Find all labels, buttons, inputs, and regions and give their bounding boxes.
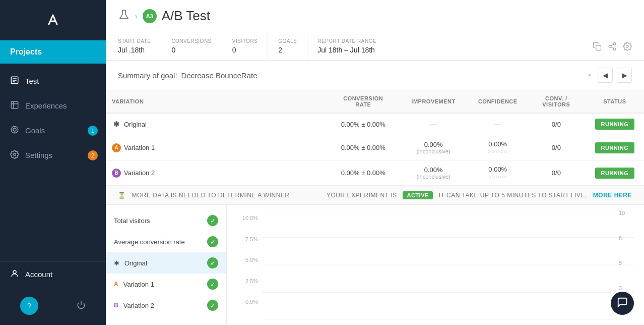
legend-item-original[interactable]: ✱ Original ✓: [106, 252, 226, 274]
improvement-b: 0.00% (inconclusive): [398, 160, 468, 186]
sidebar-item-test[interactable]: Test: [0, 69, 106, 93]
confidence-original: —: [469, 113, 527, 135]
active-badge: ACTIVE: [403, 191, 432, 199]
conv-visitors-a: 0/0: [527, 135, 586, 160]
sidebar-item-account[interactable]: Account: [0, 261, 106, 287]
stat-goals-label: GOALS: [278, 38, 297, 44]
svg-point-6: [13, 270, 16, 274]
sidebar: Projects Test Experiences Goals 1 Setti: [0, 0, 106, 325]
status-original: RUNNING: [586, 113, 644, 135]
original-name: Original: [124, 121, 147, 128]
legend-item-total-visitors[interactable]: Total visitors ✓: [106, 210, 226, 231]
legend-item-variation2[interactable]: B Variation 2 ✓: [106, 295, 226, 316]
winner-bar: ⏳ MORE DATA IS NEEDED TO DETERMINE A WIN…: [106, 186, 644, 205]
settings-button[interactable]: [623, 42, 632, 51]
svg-line-12: [611, 47, 613, 48]
goals-badge: 1: [88, 126, 98, 136]
legend-check-a: ✓: [207, 279, 218, 290]
confidence-b: 0.00% ○○○○○: [469, 160, 527, 186]
results-table-container: VARIATION CONVERSIONRATE IMPROVEMENT CON…: [106, 90, 644, 186]
stat-start-date-value: Jul .18th: [118, 46, 151, 54]
running-button-original[interactable]: RUNNING: [595, 119, 635, 130]
sidebar-item-goals[interactable]: Goals 1: [0, 118, 106, 143]
y-right-label-3: 3: [619, 285, 622, 291]
confidence-a-value: 0.00%: [475, 140, 521, 148]
col-conversion-rate: CONVERSIONRATE: [328, 90, 398, 113]
file-icon: [10, 76, 19, 86]
page-title: A/B Test: [162, 8, 210, 24]
legend-check-b: ✓: [207, 300, 218, 311]
legend-b-symbol: B: [114, 302, 118, 309]
svg-point-11: [613, 48, 616, 50]
sidebar-item-experiences[interactable]: Experiences: [0, 93, 106, 118]
running-button-a[interactable]: RUNNING: [595, 142, 635, 153]
improvement-a: 0.00% (inconclusive): [398, 135, 468, 160]
summary-label: Summary of goal:: [118, 71, 177, 80]
sidebar-projects-btn[interactable]: Projects: [0, 40, 106, 64]
next-goal-button[interactable]: ▶: [617, 68, 632, 83]
legend-check-avg: ✓: [207, 236, 218, 247]
account-icon: [10, 269, 19, 280]
conv-rate-original: 0.00% ± 0.00%: [328, 113, 398, 135]
svg-point-14: [626, 45, 629, 47]
variation-b-name: Variation 2: [124, 169, 155, 177]
running-button-b[interactable]: RUNNING: [595, 168, 635, 179]
help-button[interactable]: ?: [20, 297, 38, 315]
y-label-2: 5.0%: [245, 257, 258, 263]
sidebar-item-settings-label: Settings: [25, 151, 52, 159]
table-row: ✱ Original 0.00% ± 0.00% — — 0/0 RUNNING: [106, 113, 644, 135]
original-badge: ✱: [112, 120, 121, 129]
variation-b-badge: B: [112, 169, 121, 178]
stat-visitors-label: VISITORS: [232, 38, 258, 44]
copy-button[interactable]: [593, 42, 602, 51]
sidebar-item-test-label: Test: [25, 77, 39, 85]
legend-item-avg-conversion[interactable]: Average conversion rate ✓: [106, 231, 226, 252]
main-content: › A3 A/B Test START DATE Jul .18th CONVE…: [106, 0, 644, 325]
settings-badge: 2: [88, 150, 98, 160]
legend-check-original: ✓: [207, 257, 218, 268]
stat-goals-value: 2: [278, 46, 297, 54]
variation-a-badge: A: [112, 143, 121, 152]
chat-button[interactable]: [611, 292, 634, 315]
improvement-b-sub: (inconclusive): [404, 174, 462, 180]
summary-goal: Decrease BounceRate: [181, 71, 257, 80]
sidebar-account-label: Account: [25, 270, 52, 279]
table-row: A Variation 1 0.00% ± 0.00% 0.00% (incon…: [106, 135, 644, 160]
variation-cell-original: ✱ Original: [106, 113, 328, 135]
table-row: B Variation 2 0.00% ± 0.00% 0.00% (incon…: [106, 160, 644, 186]
power-button[interactable]: [67, 293, 96, 318]
y-right-label-2: 5: [619, 260, 622, 266]
legend-item-variation1[interactable]: A Variation 1 ✓: [106, 274, 226, 295]
y-label-4: 0.0%: [245, 299, 258, 305]
legend-total-visitors-label: Total visitors: [114, 217, 150, 225]
share-button[interactable]: [608, 42, 617, 51]
legend-a-symbol: A: [114, 281, 118, 288]
prev-goal-button[interactable]: ◀: [598, 68, 613, 83]
summary-dropdown-btn[interactable]: [586, 68, 594, 83]
status-b: RUNNING: [586, 160, 644, 186]
hourglass-icon: ⏳: [118, 192, 126, 199]
improvement-a-value: 0.00%: [404, 141, 462, 148]
sidebar-item-goals-label: Goals: [25, 126, 45, 135]
page-header: › A3 A/B Test: [106, 0, 644, 32]
summary-actions: ◀ ▶: [586, 68, 632, 83]
legend-check-total: ✓: [207, 215, 218, 226]
settings-icon: [10, 150, 19, 160]
sidebar-item-experiences-label: Experiences: [25, 101, 67, 110]
y-right-label-0: 10: [619, 210, 625, 216]
col-conv-visitors: CONV. /VISITORS: [527, 90, 586, 113]
y-label-0: 10.0%: [242, 215, 258, 221]
stat-visitors-value: 0: [232, 46, 258, 54]
sidebar-item-settings[interactable]: Settings 2: [0, 143, 106, 168]
conv-visitors-original: 0/0: [527, 113, 586, 135]
y-axis-left: 10.0% 7.5% 5.0% 2.5% 0.0%: [237, 215, 262, 305]
more-here-link[interactable]: MORE HERE: [593, 192, 632, 199]
variation-a-name: Variation 1: [124, 144, 155, 151]
chart-svg: [262, 210, 634, 320]
legend-variation1-label: Variation 1: [123, 281, 154, 288]
winner-bar-text: MORE DATA IS NEEDED TO DETERMINE A WINNE…: [132, 192, 290, 199]
col-variation: VARIATION: [106, 90, 328, 113]
summary-bar: Summary of goal: Decrease BounceRate ◀ ▶: [106, 61, 644, 90]
flask-icon: [118, 9, 130, 24]
legend-avg-conversion-label: Average conversion rate: [114, 238, 185, 246]
